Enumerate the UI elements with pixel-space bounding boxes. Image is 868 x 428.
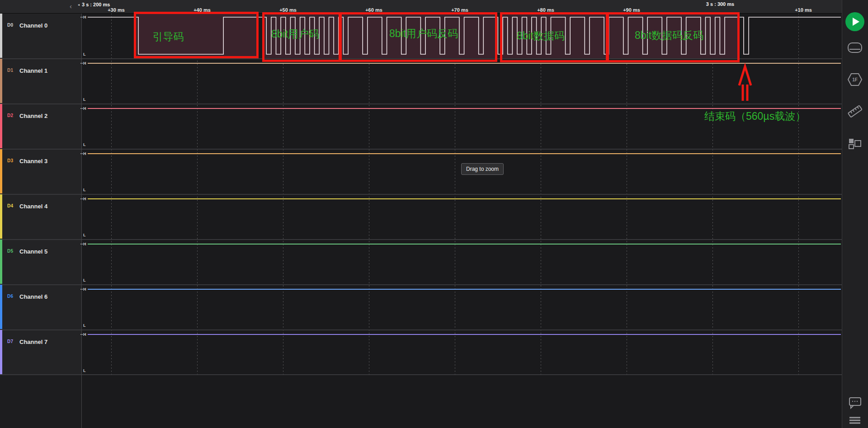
logic-analyzer-app: D0Channel 0HLD1Channel 1HLD2Channel 2HLD… xyxy=(0,0,868,428)
sidebar-icons: 1F xyxy=(842,0,868,428)
protocol-1f-icon[interactable]: 1F xyxy=(848,74,862,85)
analyzer-blocks-icon[interactable] xyxy=(849,139,861,149)
device-icon[interactable] xyxy=(848,43,862,52)
end-code-annotation-label: 结束码（560µs载波） xyxy=(704,109,806,123)
svg-text:1F: 1F xyxy=(852,77,858,82)
drag-to-zoom-tooltip: Drag to zoom xyxy=(461,163,504,175)
right-sidebar: 1F xyxy=(842,0,868,428)
end-code-arrow-icon xyxy=(0,0,868,428)
chat-bubble-icon[interactable] xyxy=(849,398,861,408)
measure-ruler-icon[interactable] xyxy=(848,105,862,117)
menu-icon[interactable] xyxy=(849,418,860,423)
play-button[interactable] xyxy=(845,12,864,31)
